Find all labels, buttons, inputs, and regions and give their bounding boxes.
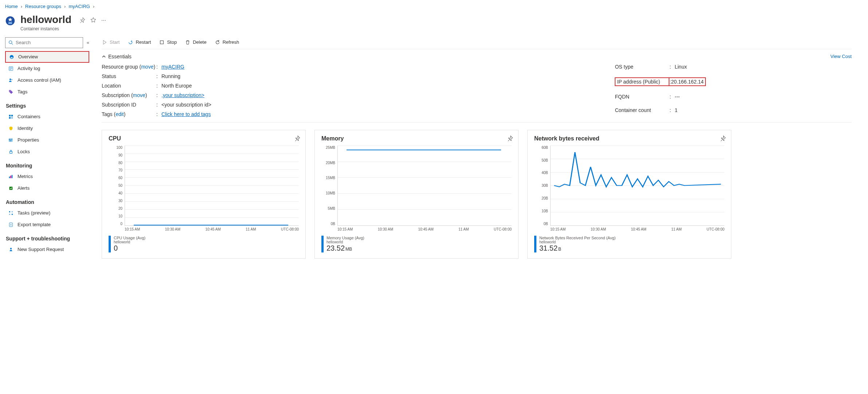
ip-address-value: 20.166.162.14 bbox=[669, 77, 706, 86]
svg-rect-13 bbox=[9, 115, 11, 116]
network-card: Network bytes received 60B50B40B30B20B10… bbox=[527, 130, 731, 259]
essentials-toggle[interactable]: Essentials View Cost bbox=[102, 49, 852, 61]
svg-rect-15 bbox=[9, 117, 11, 119]
nav-section-settings: Settings bbox=[5, 98, 89, 111]
nav-label: Metrics bbox=[17, 174, 33, 179]
chevron-right-icon: › bbox=[64, 4, 66, 9]
nav-alerts[interactable]: Alerts bbox=[5, 182, 89, 194]
delete-button[interactable]: Delete bbox=[185, 39, 207, 45]
essentials-right: OS type:Linux IP address (Public):20.166… bbox=[615, 64, 706, 117]
tags-icon bbox=[8, 89, 14, 94]
container-instance-icon bbox=[5, 16, 15, 26]
metrics-icon bbox=[8, 174, 14, 179]
nav-locks[interactable]: Locks bbox=[5, 146, 89, 158]
sub-move-link[interactable]: move bbox=[133, 92, 145, 98]
crumb-resource-groups[interactable]: Resource groups bbox=[25, 4, 61, 9]
view-cost-link[interactable]: View Cost bbox=[830, 54, 852, 59]
nav-activity-log[interactable]: Activity log bbox=[5, 63, 89, 74]
start-button[interactable]: Start bbox=[102, 39, 120, 45]
nav-new-support[interactable]: New Support Request bbox=[5, 244, 89, 255]
nav-export-template[interactable]: Export template bbox=[5, 219, 89, 231]
nav-label: Properties bbox=[17, 137, 39, 143]
breadcrumb: Home › Resource groups › myACIRG › bbox=[0, 0, 868, 13]
refresh-icon bbox=[215, 39, 220, 45]
nav-label: Locks bbox=[17, 149, 30, 154]
nav-label: Activity log bbox=[17, 66, 40, 71]
stop-icon bbox=[159, 39, 165, 45]
svg-rect-34 bbox=[160, 40, 164, 44]
pin-icon[interactable] bbox=[720, 135, 726, 141]
chevron-right-icon: › bbox=[21, 4, 22, 9]
delete-icon bbox=[185, 39, 191, 45]
page-header: helloworld Container instances ⋯ bbox=[0, 13, 868, 37]
fqdn-value: --- bbox=[675, 94, 706, 100]
nav-section-automation: Automation bbox=[5, 194, 89, 207]
nav-identity[interactable]: Identity bbox=[5, 123, 89, 134]
pin-icon[interactable] bbox=[507, 135, 513, 141]
memory-chart[interactable]: 25MB20MB15MB10MB5MB0B bbox=[321, 146, 512, 226]
refresh-button[interactable]: Refresh bbox=[215, 39, 239, 45]
legend: CPU Usage (Avg) helloworld 0 bbox=[109, 236, 299, 252]
x-axis: 10:15 AM10:30 AM10:45 AM11 AMUTC-08:00 bbox=[125, 227, 299, 231]
cpu-chart[interactable]: 1009080706050403020100 bbox=[109, 146, 299, 226]
rg-link[interactable]: myACIRG bbox=[161, 64, 211, 70]
restart-button[interactable]: Restart bbox=[128, 39, 151, 45]
content: Start Restart Stop Delete Refresh Essent bbox=[93, 37, 858, 266]
crumb-group[interactable]: myACIRG bbox=[69, 4, 90, 9]
nav-containers[interactable]: Containers bbox=[5, 111, 89, 123]
more-icon[interactable]: ⋯ bbox=[101, 18, 106, 23]
network-chart[interactable]: 60B50B40B30B20B10B0B bbox=[534, 146, 724, 226]
alerts-icon bbox=[8, 186, 14, 191]
svg-line-3 bbox=[12, 43, 13, 45]
nav-metrics[interactable]: Metrics bbox=[5, 171, 89, 182]
svg-rect-1 bbox=[8, 22, 12, 24]
play-icon bbox=[102, 39, 107, 45]
identity-icon bbox=[8, 126, 14, 131]
star-icon[interactable] bbox=[90, 17, 96, 23]
tags-edit-link[interactable]: edit bbox=[116, 111, 124, 117]
y-axis: 60B50B40B30B20B10B0B bbox=[534, 146, 550, 226]
search-input[interactable] bbox=[5, 37, 83, 48]
nav-section-monitoring: Monitoring bbox=[5, 158, 89, 171]
series-line bbox=[134, 225, 289, 225]
pin-icon[interactable] bbox=[294, 135, 300, 141]
add-tags-link[interactable]: Click here to add tags bbox=[161, 111, 211, 117]
support-icon bbox=[8, 247, 14, 252]
svg-point-12 bbox=[10, 90, 11, 91]
svg-point-29 bbox=[12, 211, 13, 213]
legend: Memory Usage (Avg) helloworld 23.52MB bbox=[321, 236, 512, 252]
y-axis: 25MB20MB15MB10MB5MB0B bbox=[321, 146, 337, 226]
restart-icon bbox=[128, 39, 133, 45]
page-subtitle: Container instances bbox=[20, 26, 71, 31]
nav-tasks[interactable]: Tasks (preview) bbox=[5, 207, 89, 219]
chart-cards: CPU 1009080706050403020100 10:15 AM10:30… bbox=[102, 130, 852, 259]
nav-label: Tags bbox=[17, 89, 27, 94]
os-value: Linux bbox=[675, 64, 706, 70]
nav-overview[interactable]: Overview bbox=[5, 51, 89, 63]
svg-point-30 bbox=[9, 214, 11, 215]
svg-rect-24 bbox=[9, 177, 10, 178]
legend: Network Bytes Received Per Second (Avg) … bbox=[534, 236, 724, 252]
rg-move-link[interactable]: move bbox=[141, 64, 153, 70]
svg-rect-14 bbox=[11, 115, 13, 116]
svg-point-4 bbox=[10, 55, 14, 59]
nav-label: Overview bbox=[18, 54, 38, 59]
collapse-sidebar-icon[interactable]: « bbox=[87, 40, 89, 45]
nav-properties[interactable]: Properties bbox=[5, 134, 89, 146]
activity-log-icon bbox=[8, 66, 14, 71]
tasks-icon bbox=[8, 210, 14, 216]
crumb-home[interactable]: Home bbox=[5, 4, 18, 9]
subscription-id-value: <your subscription id> bbox=[161, 102, 211, 108]
search-icon bbox=[8, 40, 13, 45]
nav-iam[interactable]: Access control (IAM) bbox=[5, 74, 89, 86]
x-axis: 10:15 AM10:30 AM10:45 AM11 AMUTC-08:00 bbox=[550, 227, 724, 231]
subscription-link[interactable]: ,your subscription> bbox=[161, 92, 211, 98]
properties-icon bbox=[8, 138, 14, 143]
chevron-up-icon bbox=[102, 54, 106, 59]
nav-label: Identity bbox=[17, 125, 33, 131]
pin-icon[interactable] bbox=[79, 17, 85, 23]
memory-card: Memory 25MB20MB15MB10MB5MB0B 10:15 AM10:… bbox=[314, 130, 519, 259]
container-count-value: 1 bbox=[675, 107, 706, 113]
nav-tags[interactable]: Tags bbox=[5, 86, 89, 98]
stop-button[interactable]: Stop bbox=[159, 39, 177, 45]
